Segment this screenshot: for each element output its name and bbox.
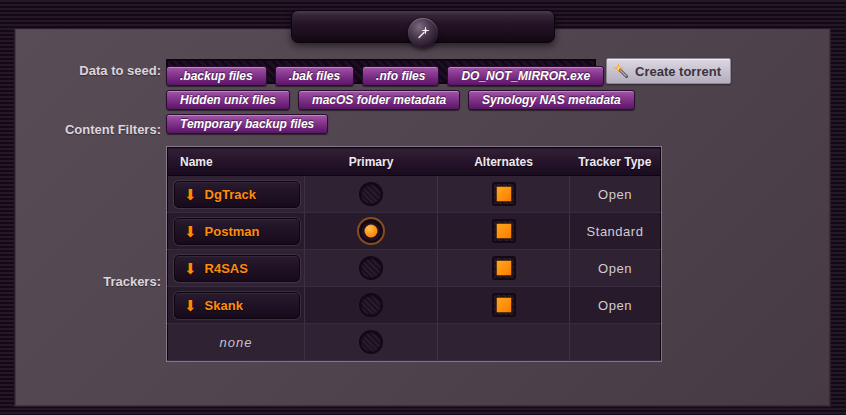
- create-torrent-button-label: Create torrent: [635, 64, 721, 79]
- alternate-tracker-checkbox[interactable]: [492, 219, 516, 243]
- tracker-row: ⬇R4SASOpen: [168, 250, 661, 287]
- content-filter-chip[interactable]: DO_NOT_MIRROR.exe: [447, 66, 604, 86]
- tracker-row: ⬇SkankOpen: [168, 287, 661, 324]
- content-filter-chip[interactable]: Synology NAS metadata: [468, 90, 635, 110]
- data-to-seed-label: Data to seed:: [0, 63, 161, 78]
- tracker-row: none: [168, 324, 661, 361]
- tracker-name-label: Postman: [205, 224, 260, 239]
- tracker-row: ⬇DgTrackOpen: [168, 176, 661, 213]
- content-filter-chip[interactable]: .backup files: [166, 66, 267, 86]
- trackers-table: NamePrimaryAlternatesTracker Type ⬇DgTra…: [167, 147, 661, 361]
- trackers-label: Trackers:: [0, 274, 161, 289]
- content-filter-rows: .backup files.bak files.nfo filesDO_NOT_…: [166, 66, 635, 138]
- alternate-tracker-checkbox[interactable]: [492, 256, 516, 280]
- tracker-name-button[interactable]: ⬇Postman: [174, 218, 300, 245]
- primary-tracker-radio[interactable]: [359, 182, 383, 206]
- tracker-type-value: Open: [598, 187, 632, 202]
- tracker-type-value: Open: [598, 261, 632, 276]
- trackers-column-header: Name: [168, 148, 305, 176]
- content-filter-chip[interactable]: .bak files: [275, 66, 354, 86]
- content-filter-row: Temporary backup files: [166, 114, 635, 134]
- primary-tracker-radio[interactable]: [359, 256, 383, 280]
- magic-wand-sphere-icon: [408, 18, 438, 48]
- alternate-tracker-checkbox[interactable]: [492, 293, 516, 317]
- primary-tracker-radio[interactable]: [359, 219, 383, 243]
- download-arrow-icon: ⬇: [184, 224, 197, 239]
- tracker-name-label: R4SAS: [205, 261, 248, 276]
- alternate-tracker-checkbox[interactable]: [492, 182, 516, 206]
- content-filter-chip[interactable]: Temporary backup files: [166, 114, 328, 134]
- trackers-table-header-row: NamePrimaryAlternatesTracker Type: [168, 148, 661, 176]
- tracker-name-button[interactable]: ⬇Skank: [174, 292, 300, 319]
- tracker-type-value: Open: [598, 298, 632, 313]
- content-filter-chip[interactable]: .nfo files: [362, 66, 439, 86]
- section-header-bar[interactable]: [291, 10, 555, 43]
- content-filter-chip[interactable]: macOS folder metadata: [298, 90, 460, 110]
- tracker-name-label: Skank: [205, 298, 243, 313]
- content-filter-chip[interactable]: Hidden unix files: [166, 90, 290, 110]
- tracker-name-button[interactable]: ⬇DgTrack: [174, 181, 300, 208]
- download-arrow-icon: ⬇: [184, 187, 197, 202]
- trackers-column-header: Tracker Type: [570, 148, 661, 176]
- download-arrow-icon: ⬇: [184, 298, 197, 313]
- tracker-type-value: Standard: [587, 224, 644, 239]
- primary-tracker-radio[interactable]: [359, 330, 383, 354]
- content-filter-row: Hidden unix filesmacOS folder metadataSy…: [166, 90, 635, 110]
- primary-tracker-radio[interactable]: [359, 293, 383, 317]
- content-filter-row: .backup files.bak files.nfo filesDO_NOT_…: [166, 66, 635, 86]
- tracker-name-button[interactable]: ⬇R4SAS: [174, 255, 300, 282]
- content-filters-label: Content Filters:: [0, 122, 161, 137]
- download-arrow-icon: ⬇: [184, 261, 197, 276]
- trackers-table-body: ⬇DgTrackOpen⬇PostmanStandard⬇R4SASOpen⬇S…: [168, 176, 661, 361]
- tracker-name-label: DgTrack: [205, 187, 256, 202]
- trackers-column-header: Primary: [305, 148, 438, 176]
- tracker-row: ⬇PostmanStandard: [168, 213, 661, 250]
- trackers-column-header: Alternates: [438, 148, 570, 176]
- tracker-none-label: none: [220, 335, 253, 350]
